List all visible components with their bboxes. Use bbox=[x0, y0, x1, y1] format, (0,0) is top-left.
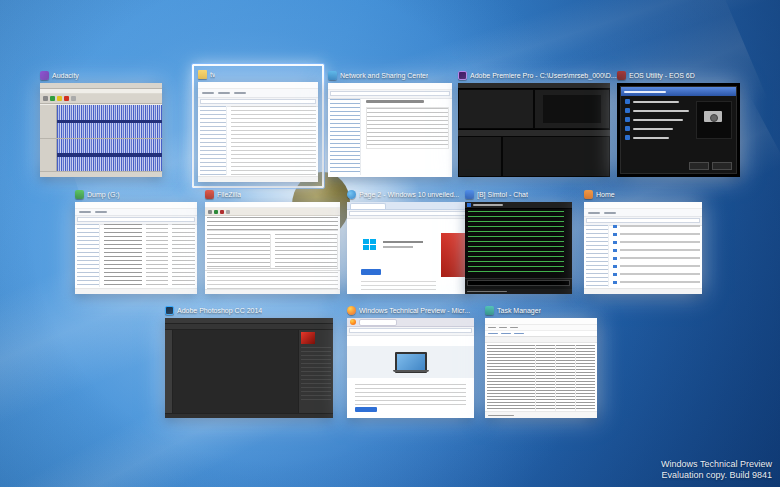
toolbar-icon bbox=[214, 210, 218, 214]
control-panel-body bbox=[328, 97, 452, 177]
file-name-column bbox=[104, 224, 142, 287]
task-view-window-network-sharing[interactable]: Network and Sharing Center bbox=[328, 70, 452, 177]
task-view-window-dump-drive[interactable]: Dump (G:) bbox=[75, 189, 197, 294]
control-panel-nav bbox=[330, 99, 361, 175]
task-view-window-task-manager[interactable]: Task Manager bbox=[485, 305, 597, 418]
window-thumbnail[interactable] bbox=[485, 318, 597, 418]
browser-tab bbox=[350, 203, 386, 209]
titlebar bbox=[584, 202, 702, 209]
menu-item bbox=[625, 116, 696, 123]
file-list bbox=[231, 106, 316, 175]
task-view-window-firefox[interactable]: Windows Technical Preview - Micr... bbox=[347, 305, 474, 418]
record-button-icon bbox=[64, 96, 69, 101]
window-thumbnail[interactable] bbox=[75, 202, 197, 294]
transport-toolbar bbox=[40, 94, 162, 104]
window-label: Audacity bbox=[40, 70, 162, 81]
window-label: Adobe Premiere Pro - C:\Users\mrseb_000\… bbox=[458, 70, 617, 81]
window-title: Home bbox=[596, 189, 615, 200]
titlebar bbox=[485, 318, 597, 325]
window-label: Task Manager bbox=[485, 305, 597, 316]
dialog-buttons bbox=[689, 162, 732, 170]
task-view-window-premiere[interactable]: Adobe Premiere Pro - C:\Users\mrseb_000\… bbox=[458, 70, 617, 177]
subhead-placeholder bbox=[383, 246, 413, 248]
task-view-window-simtol-chat[interactable]: [B] Simtol - Chat bbox=[465, 189, 572, 294]
task-view-window-photoshop[interactable]: Adobe Photoshop CC 2014 bbox=[165, 305, 333, 418]
desktop-background[interactable]: Audacity bbox=[0, 0, 780, 487]
window-thumbnail[interactable] bbox=[465, 202, 572, 294]
file-date-column bbox=[146, 224, 169, 287]
ribbon-tab bbox=[604, 212, 616, 214]
photoshop-icon bbox=[165, 306, 174, 315]
window-label: FileZilla bbox=[205, 189, 340, 200]
ribbon bbox=[198, 89, 318, 98]
window-thumbnail[interactable] bbox=[165, 318, 333, 418]
menu-item bbox=[625, 134, 696, 141]
window-thumbnail[interactable] bbox=[347, 318, 474, 418]
eos-dialog bbox=[620, 86, 737, 174]
transfer-queue bbox=[207, 268, 338, 289]
status-text-placeholder bbox=[488, 415, 514, 416]
window-thumbnail[interactable] bbox=[205, 202, 340, 294]
window-thumbnail[interactable] bbox=[198, 82, 318, 182]
stop-button-icon bbox=[57, 96, 62, 101]
titlebar bbox=[465, 202, 572, 209]
window-label: Network and Sharing Center bbox=[328, 70, 452, 81]
task-view-window-eos-utility[interactable]: EOS Utility - EOS 6D bbox=[617, 70, 740, 177]
toolbar bbox=[205, 208, 340, 216]
menu-item bbox=[499, 327, 507, 328]
folder-icon bbox=[198, 70, 207, 79]
remote-pane bbox=[275, 234, 339, 268]
statusbar bbox=[40, 171, 162, 177]
cta-button bbox=[355, 407, 377, 412]
statusbar bbox=[205, 289, 340, 294]
task-view-window-browser-page2[interactable]: Page 2 - Windows 10 unveiled... bbox=[347, 189, 470, 294]
task-view-window-tv[interactable]: tv bbox=[192, 64, 324, 188]
file-icons-column bbox=[613, 225, 617, 287]
window-thumbnail[interactable] bbox=[328, 83, 452, 177]
window-label: EOS Utility - EOS 6D bbox=[617, 70, 740, 81]
window-thumbnail[interactable] bbox=[40, 83, 162, 177]
statusbar bbox=[485, 411, 597, 418]
firefox-icon bbox=[347, 306, 356, 315]
article-text bbox=[361, 281, 436, 290]
window-title: Task Manager bbox=[497, 305, 541, 316]
ad-banner bbox=[441, 233, 465, 277]
dialog-header bbox=[621, 87, 736, 96]
eos-utility-icon bbox=[617, 71, 626, 80]
ribbon-tab bbox=[79, 211, 91, 213]
window-title: Dump (G:) bbox=[87, 189, 120, 200]
window-label: Adobe Photoshop CC 2014 bbox=[165, 305, 325, 316]
window-thumbnail[interactable] bbox=[458, 83, 610, 177]
control-panel-main bbox=[363, 97, 452, 177]
task-view-window-audacity[interactable]: Audacity bbox=[40, 70, 162, 177]
window-thumbnail[interactable] bbox=[617, 83, 740, 177]
window-thumbnail[interactable] bbox=[584, 202, 702, 294]
watermark-line2: Evaluation copy. Build 9841 bbox=[661, 470, 772, 481]
statusbar bbox=[75, 288, 197, 294]
ribbon bbox=[584, 209, 702, 217]
hero-section bbox=[347, 346, 474, 378]
window-label: [B] Simtol - Chat bbox=[465, 189, 572, 200]
window-label: Windows Technical Preview - Micr... bbox=[347, 305, 474, 316]
address-bar bbox=[347, 210, 470, 219]
network-info-box bbox=[366, 107, 449, 149]
window-thumbnail[interactable] bbox=[347, 202, 470, 294]
home-icon bbox=[584, 190, 593, 199]
window-title: [B] Simtol - Chat bbox=[477, 189, 528, 200]
canvas bbox=[173, 330, 298, 414]
statusbar bbox=[198, 176, 318, 182]
panel-row bbox=[458, 89, 610, 129]
address-bar bbox=[347, 327, 474, 336]
titlebar bbox=[198, 82, 318, 89]
task-view-window-filezilla[interactable]: FileZilla bbox=[205, 189, 340, 294]
heading-placeholder bbox=[366, 100, 424, 103]
download-button bbox=[361, 269, 381, 275]
preferences-button bbox=[689, 162, 709, 170]
web-page bbox=[347, 338, 474, 418]
headline-placeholder bbox=[383, 241, 423, 243]
quit-button bbox=[712, 162, 732, 170]
task-view-window-home-explorer[interactable]: Home bbox=[584, 189, 702, 294]
navigation-pane bbox=[200, 106, 227, 175]
menu-item bbox=[510, 327, 518, 328]
track-area bbox=[40, 105, 162, 172]
